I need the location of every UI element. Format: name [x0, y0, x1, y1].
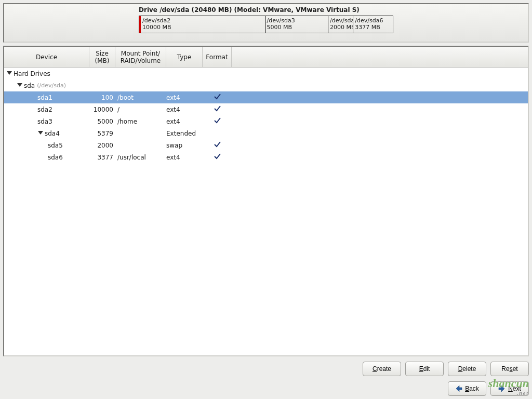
drive-box: Drive /dev/sda (20480 MB) (Model: VMware…: [139, 6, 393, 38]
partition-format: [203, 104, 232, 114]
col-type[interactable]: Type: [166, 47, 203, 67]
drive-title: Drive /dev/sda (20480 MB) (Model: VMware…: [139, 6, 393, 14]
partition-size: 10000: [89, 106, 115, 113]
partition-mount: /: [115, 106, 166, 113]
drive-segment[interactable]: /dev/sda210000 MB: [139, 16, 265, 33]
drive-segment[interactable]: /dev/sda35000 MB: [265, 16, 329, 33]
drive-bar[interactable]: /dev/sda210000 MB/dev/sda35000 MB/dev/sd…: [139, 16, 393, 33]
partition-size: 100: [89, 94, 115, 101]
partition-format: [203, 140, 232, 150]
svg-marker-0: [7, 71, 12, 75]
partition-row[interactable]: sda1100/bootext4: [4, 91, 528, 103]
partition-format: [203, 92, 232, 102]
partition-name: sda6: [48, 154, 63, 161]
reset-button[interactable]: Reset: [490, 362, 529, 376]
col-format[interactable]: Format: [203, 47, 232, 67]
next-button[interactable]: Next: [490, 381, 529, 396]
svg-marker-1: [17, 83, 22, 87]
arrow-left-icon: [455, 385, 462, 392]
col-device[interactable]: Device: [4, 47, 89, 67]
partition-size: 2000: [89, 142, 115, 149]
partition-type: ext4: [166, 118, 203, 125]
partition-type: ext4: [166, 94, 203, 101]
tree-disk-row[interactable]: sda (/dev/sda): [4, 79, 528, 91]
delete-button[interactable]: Delete: [448, 362, 486, 376]
drive-segment[interactable]: /dev/sda63377 MB: [353, 16, 393, 33]
expander-icon[interactable]: [37, 130, 44, 137]
partition-row[interactable]: sda45379Extended: [4, 127, 528, 139]
drive-segment[interactable]: /dev/sda52000 MB: [328, 16, 353, 33]
col-size[interactable]: Size (MB): [89, 47, 115, 67]
expander-icon[interactable]: [17, 83, 23, 89]
partition-name: sda1: [37, 94, 52, 101]
partition-row[interactable]: sda63377/usr/localext4: [4, 151, 528, 163]
svg-marker-3: [456, 385, 462, 392]
nav-buttons: Back Next: [3, 381, 529, 396]
tree-root-row[interactable]: Hard Drives: [4, 68, 528, 79]
back-button[interactable]: Back: [448, 381, 486, 396]
tree-root-label: Hard Drives: [14, 70, 50, 77]
partition-mount: /home: [115, 118, 166, 125]
check-icon: [213, 152, 221, 162]
partition-name: sda3: [37, 118, 52, 125]
partition-size: 5379: [89, 130, 115, 137]
svg-marker-4: [499, 385, 504, 392]
check-icon: [213, 116, 221, 126]
partition-type: Extended: [166, 130, 203, 137]
partition-size: 3377: [89, 154, 115, 161]
svg-marker-2: [38, 131, 43, 135]
tree-disk-label: sda: [24, 82, 35, 89]
table-header: Device Size (MB) Mount Point/ RAID/Volum…: [4, 47, 528, 68]
check-icon: [213, 104, 221, 114]
partition-type: ext4: [166, 154, 203, 161]
tree-disk-path: (/dev/sda): [37, 82, 66, 89]
create-button[interactable]: Create: [363, 362, 401, 376]
check-icon: [213, 140, 221, 150]
partition-row[interactable]: sda210000/ext4: [4, 103, 528, 115]
partition-mount: /usr/local: [115, 154, 166, 161]
partition-tree-panel: Device Size (MB) Mount Point/ RAID/Volum…: [3, 46, 529, 356]
arrow-right-icon: [498, 385, 506, 392]
partition-format: [203, 116, 232, 126]
partition-name: sda5: [48, 142, 63, 149]
partition-format: [203, 152, 232, 162]
partition-mount: /boot: [115, 94, 166, 101]
check-icon: [213, 92, 221, 102]
partition-name: sda4: [45, 130, 60, 137]
partition-row[interactable]: sda35000/homeext4: [4, 115, 528, 127]
partition-row[interactable]: sda52000swap: [4, 139, 528, 151]
col-mount[interactable]: Mount Point/ RAID/Volume: [115, 47, 166, 67]
edit-button[interactable]: Edit: [405, 362, 444, 376]
partition-type: swap: [166, 142, 203, 149]
partition-tree[interactable]: Hard Drives sda (/dev/sda) sda1100/boote…: [4, 68, 528, 355]
partition-type: ext4: [166, 106, 203, 113]
partition-action-buttons: Create Edit Delete Reset: [3, 362, 529, 376]
expander-icon[interactable]: [6, 71, 12, 77]
drive-graphic-panel: Drive /dev/sda (20480 MB) (Model: VMware…: [3, 3, 529, 43]
partition-size: 5000: [89, 118, 115, 125]
partition-name: sda2: [37, 106, 52, 113]
